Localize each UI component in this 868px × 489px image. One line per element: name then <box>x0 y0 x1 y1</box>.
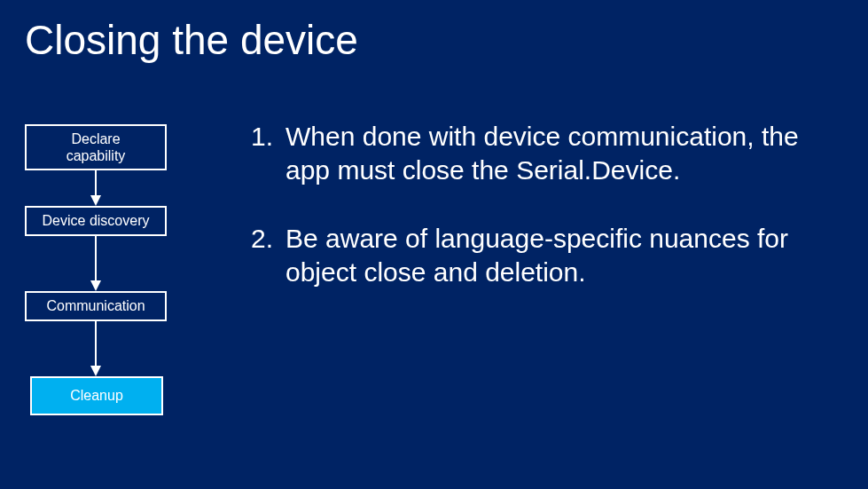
list-item: 1. When done with device communication, … <box>231 120 842 186</box>
svg-marker-1 <box>90 195 101 206</box>
step-communication: Communication <box>25 291 167 321</box>
step-declare-capability: Declare capability <box>25 124 167 170</box>
page-title: Closing the device <box>25 16 358 64</box>
process-diagram: Declare capability Device discovery Comm… <box>25 124 167 415</box>
slide: Closing the device Declare capability De… <box>0 0 868 489</box>
step-label: Cleanup <box>70 387 123 404</box>
step-label: Declare capability <box>66 130 126 164</box>
step-label: Communication <box>46 297 145 314</box>
svg-marker-5 <box>90 366 101 376</box>
arrow-down-icon <box>25 236 167 291</box>
list-number: 2. <box>231 222 285 288</box>
list-number: 1. <box>231 120 285 186</box>
list-text: When done with device communication, the… <box>285 120 842 186</box>
list-item: 2. Be aware of language-specific nuances… <box>231 222 842 288</box>
arrow-down-icon <box>25 321 167 376</box>
step-device-discovery: Device discovery <box>25 206 167 236</box>
arrow-down-icon <box>25 170 167 206</box>
step-label: Device discovery <box>43 212 150 229</box>
step-cleanup: Cleanup <box>30 376 163 415</box>
svg-marker-3 <box>90 280 101 291</box>
content-list: 1. When done with device communication, … <box>231 120 842 324</box>
list-text: Be aware of language-specific nuances fo… <box>285 222 842 288</box>
